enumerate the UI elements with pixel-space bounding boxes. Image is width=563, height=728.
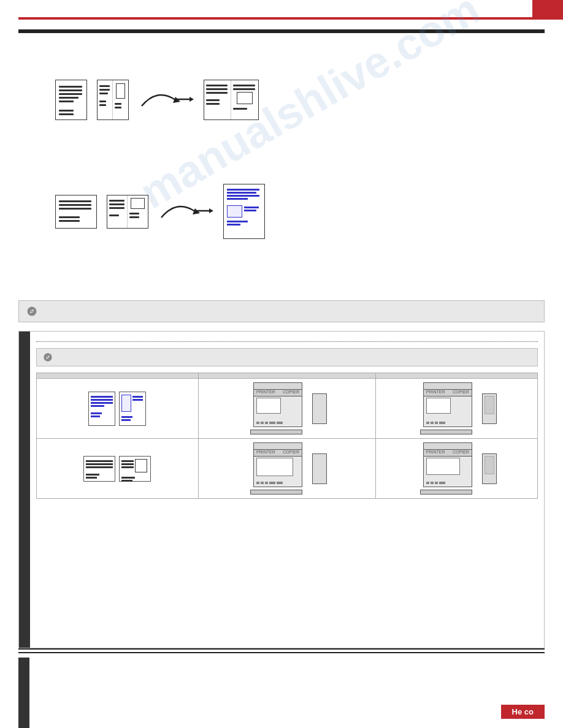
- note-box-1: [18, 300, 545, 322]
- bottom-text-area: [29, 658, 545, 728]
- result-doc-2: [223, 184, 265, 239]
- arrow-1: [139, 85, 194, 115]
- top-red-bar: [532, 0, 563, 17]
- diagram-row2: [55, 184, 265, 239]
- table-row: PRINTER COPIER: [37, 379, 538, 439]
- result-doc-1: [204, 80, 259, 120]
- table-cell-printer-1: PRINTER COPIER: [198, 379, 376, 439]
- table-row: PRINTER COPIER: [37, 439, 538, 499]
- diagram-row1: [55, 80, 259, 120]
- svg-marker-2: [190, 97, 194, 102]
- bottom-rule-1: [18, 648, 545, 650]
- table-header-col3: [376, 373, 538, 379]
- section-box-main: PRINTER COPIER: [18, 331, 545, 648]
- table-cell-icon-2: [37, 439, 199, 499]
- doc-icon-2: [97, 80, 129, 120]
- table-cell-printer-4: PRINTER COPIER: [376, 439, 538, 499]
- pencil-icon-2: [43, 352, 53, 362]
- table-header-row: [37, 373, 538, 379]
- section-left-bar: [19, 332, 30, 648]
- doc-icon-3: [55, 195, 97, 229]
- red-line: [18, 17, 563, 20]
- page-number: He co: [501, 705, 545, 719]
- dotted-divider: [36, 341, 538, 342]
- double-line: [18, 29, 545, 33]
- arrow-2: [158, 196, 213, 227]
- doc-icon-4: [107, 195, 148, 229]
- inner-note-box: [36, 348, 538, 366]
- pencil-icon-1: [26, 306, 37, 317]
- feature-table: PRINTER COPIER: [36, 373, 538, 499]
- table-cell-icon-1: [37, 379, 199, 439]
- bottom-left-bar: [18, 658, 29, 728]
- table-header-col2: [198, 373, 376, 379]
- table-cell-printer-2: PRINTER COPIER: [376, 379, 538, 439]
- doc-icon-1: [55, 80, 87, 120]
- bottom-rule-2: [18, 652, 545, 653]
- main-content: PRINTER COPIER: [18, 43, 545, 728]
- svg-point-9: [47, 357, 49, 358]
- table-header-col1: [37, 373, 199, 379]
- svg-marker-5: [209, 208, 213, 213]
- svg-point-7: [31, 311, 33, 313]
- table-cell-printer-3: PRINTER COPIER: [198, 439, 376, 499]
- bottom-section: [18, 658, 545, 728]
